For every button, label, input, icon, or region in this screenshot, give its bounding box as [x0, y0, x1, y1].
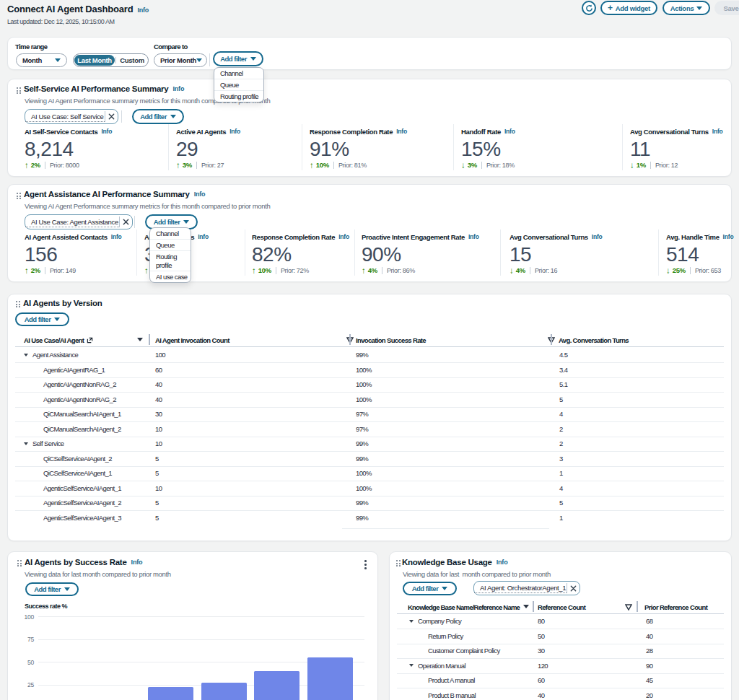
table-row[interactable]: Return Policy5040: [397, 629, 724, 644]
table-row[interactable]: QiCSelfServiceAIAgent_2599%3: [15, 451, 724, 466]
add-filter-button[interactable]: Add filter: [213, 51, 263, 66]
bar[interactable]: [254, 671, 299, 700]
filter-token: AI Use Case: Agent Assistance: [25, 214, 133, 229]
table-row[interactable]: AgenticSelfServiceAIAgent_2599%5: [15, 496, 724, 511]
bar[interactable]: [307, 657, 353, 700]
cell-name: AgenticSelfServiceAIAgent_1: [43, 484, 121, 492]
table-row[interactable]: Self Service1099%2: [15, 437, 724, 452]
column-header-reference-count[interactable]: Reference Count: [538, 600, 585, 613]
cell-value: 4: [559, 410, 563, 418]
widget-title: AI Agents by Success Rate: [25, 558, 127, 566]
add-filter-button[interactable]: Add filter: [15, 312, 69, 326]
add-filter-button[interactable]: Add filter: [403, 582, 457, 595]
drag-handle-icon[interactable]: [17, 560, 22, 567]
menu-item[interactable]: Routing profile: [150, 250, 191, 271]
info-link[interactable]: Info: [194, 191, 206, 198]
table-row[interactable]: AgenticAIAgentRAG_160100%3.4: [15, 362, 724, 377]
last-updated: Last updated: Dec 12, 2025, 10:15:00 AM: [7, 18, 115, 25]
add-filter-label: Add filter: [25, 315, 51, 323]
info-link[interactable]: Info: [111, 233, 122, 240]
kpi: AI Self-Service ContactsInfo8,214↑2%Prio…: [25, 127, 112, 170]
menu-item[interactable]: Channel: [214, 68, 263, 79]
kpi-label-row: AI Self-Service ContactsInfo: [25, 127, 112, 136]
add-filter-button[interactable]: Add filter: [25, 582, 79, 596]
filter-icon[interactable]: [625, 604, 632, 611]
info-link[interactable]: Info: [497, 559, 508, 566]
drag-handle-icon[interactable]: [17, 87, 22, 95]
table-row[interactable]: Operation Manual12090: [397, 658, 724, 673]
refresh-button[interactable]: [582, 1, 596, 15]
table-row[interactable]: Product A manual6045: [397, 673, 724, 688]
cell-value: 40: [155, 395, 162, 403]
dot: [19, 87, 21, 89]
column-divider: [149, 334, 150, 345]
info-link[interactable]: Info: [198, 233, 209, 240]
dot: [17, 560, 19, 561]
row-border: [15, 437, 724, 437]
cell-value: 5: [155, 499, 159, 507]
info-link[interactable]: Info: [131, 559, 143, 566]
segment-custom[interactable]: Custom: [116, 54, 148, 66]
menu-item[interactable]: Channel: [150, 228, 191, 239]
save-button[interactable]: Save: [714, 1, 739, 15]
sort-icon[interactable]: [137, 338, 143, 341]
add-widget-button[interactable]: + Add widget: [600, 1, 657, 15]
expand-caret-icon[interactable]: [409, 620, 414, 623]
expand-caret-icon[interactable]: [409, 664, 414, 667]
menu-item[interactable]: Routing profile: [214, 90, 263, 102]
column-header-invocation-count[interactable]: AI Agent Invocation Count: [155, 333, 229, 346]
table-row[interactable]: QiCManualSearchAIAgent_13097%4: [15, 407, 724, 422]
info-link[interactable]: Info: [468, 233, 479, 240]
segment-last-month[interactable]: Last Month: [74, 55, 115, 66]
table-row[interactable]: Company Policy8068: [397, 614, 724, 629]
remove-token-button[interactable]: [120, 219, 132, 225]
table-row[interactable]: Product B manual4020: [397, 688, 724, 700]
expand-caret-icon[interactable]: [24, 354, 28, 356]
info-link[interactable]: Info: [396, 128, 407, 135]
y-tick-label: 75: [24, 636, 34, 643]
table-row[interactable]: QiCManualSearchAIAgent_21097%2: [15, 421, 724, 437]
info-link[interactable]: Info: [101, 128, 112, 135]
menu-item[interactable]: Queue: [150, 239, 191, 250]
sort-icon[interactable]: [523, 605, 529, 608]
column-header-prior-reference-count[interactable]: Prior Reference Count: [644, 600, 707, 613]
table-row[interactable]: Agent Assistance10099%4.5: [15, 348, 724, 363]
drag-handle-icon[interactable]: [17, 193, 22, 200]
table-row[interactable]: QiCSelfServiceAIAgent_15100%1: [15, 466, 724, 481]
info-link[interactable]: Info: [592, 233, 603, 240]
column-header-kb-name[interactable]: Knowledge Base Name/Reference Name: [408, 600, 520, 613]
info-link[interactable]: Info: [723, 233, 734, 240]
column-header-conversation-turns[interactable]: Avg. Conversation Turns: [559, 333, 629, 346]
column-header-use-case[interactable]: AI Use Case/AI Agent: [24, 333, 93, 346]
bar[interactable]: [201, 683, 247, 700]
expand-caret-icon[interactable]: [24, 442, 28, 445]
drag-handle-icon[interactable]: [396, 560, 401, 567]
table-row[interactable]: AgenticAIAgentNonRAG_240100%5.1: [15, 377, 724, 393]
bar[interactable]: [148, 687, 193, 700]
actions-button[interactable]: Actions: [663, 1, 710, 15]
menu-item[interactable]: AI use case: [150, 271, 191, 282]
menu-item[interactable]: Queue: [214, 79, 263, 90]
table-row[interactable]: Customer Complaint Policy3028: [397, 644, 724, 659]
compare-to-select[interactable]: Prior Month: [154, 53, 207, 67]
remove-token-button[interactable]: [567, 585, 580, 592]
table-row[interactable]: AgenticSelfServiceAIAgent_110100%4: [15, 481, 724, 496]
kpi-value: 15: [510, 245, 603, 264]
table-row[interactable]: AgenticAIAgentNonRAG_240100%5: [15, 392, 724, 407]
info-link[interactable]: Info: [504, 128, 515, 135]
cell-value: 3.4: [559, 366, 567, 374]
column-header-success-rate[interactable]: Invocation Success Rate: [356, 333, 426, 346]
widget-menu-icon[interactable]: [363, 559, 368, 571]
dot: [19, 301, 20, 302]
prior-value: Prior: 72%: [281, 267, 309, 274]
remove-token-button[interactable]: [105, 113, 118, 120]
page-info-link[interactable]: Info: [137, 6, 149, 14]
info-link[interactable]: Info: [338, 233, 349, 240]
info-link[interactable]: Info: [712, 128, 723, 135]
info-link[interactable]: Info: [172, 85, 184, 92]
info-link[interactable]: Info: [229, 128, 240, 135]
drag-handle-icon[interactable]: [16, 301, 21, 308]
time-range-select[interactable]: Month: [16, 53, 67, 67]
add-filter-button[interactable]: Add filter: [132, 109, 184, 124]
table-row[interactable]: AgenticSelfServiceAIAgent_3599%1: [15, 510, 724, 525]
